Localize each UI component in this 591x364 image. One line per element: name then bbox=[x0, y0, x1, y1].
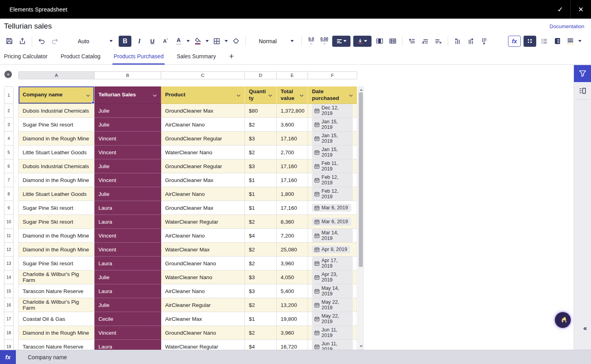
row-header-8[interactable]: 8 bbox=[4, 187, 13, 201]
date-cell[interactable]: May 22, 2019 bbox=[308, 312, 357, 326]
vertical-align-button[interactable] bbox=[353, 36, 372, 47]
product-cell[interactable]: AirCleaner Nano bbox=[161, 284, 245, 298]
product-cell[interactable]: WaterCleaner Nano bbox=[161, 270, 245, 284]
quantity-cell[interactable]: $2 bbox=[245, 118, 277, 132]
insert-column-right-button[interactable] bbox=[466, 36, 476, 47]
product-cell[interactable]: GroundCleaner Max bbox=[161, 104, 245, 118]
total-value-cell[interactable]: 5,400 bbox=[277, 284, 308, 298]
seller-cell[interactable]: Vincent bbox=[94, 326, 161, 340]
close-button[interactable]: × bbox=[571, 0, 591, 19]
product-cell[interactable]: WaterCleaner Max bbox=[161, 243, 245, 257]
product-cell[interactable]: AirCleaner Nano bbox=[161, 229, 245, 243]
product-cell[interactable]: GroundCleaner Max bbox=[161, 173, 245, 187]
total-value-cell[interactable]: 1,372,800 bbox=[277, 104, 308, 118]
row-header-16[interactable]: 16 bbox=[4, 298, 13, 312]
total-value-cell[interactable]: 1,800 bbox=[277, 187, 308, 201]
product-cell[interactable]: GroundCleaner Regular bbox=[161, 132, 245, 146]
quantity-cell[interactable]: $1 bbox=[245, 201, 277, 215]
row-header-7[interactable]: 7 bbox=[4, 173, 13, 187]
seller-cell[interactable]: Laura bbox=[94, 340, 161, 350]
filter-button[interactable] bbox=[574, 65, 591, 82]
row-height-chevron-icon[interactable] bbox=[578, 40, 581, 42]
grid-corner-button[interactable]: + bbox=[4, 71, 12, 78]
total-value-cell[interactable]: 4,050 bbox=[277, 270, 308, 284]
date-cell[interactable]: Mar 14, 2019 bbox=[308, 229, 357, 243]
date-cell[interactable]: Jan 15, 2019 bbox=[308, 118, 357, 132]
product-cell[interactable]: GroundCleaner Nano bbox=[161, 326, 245, 340]
underline-button[interactable]: U bbox=[147, 36, 158, 47]
date-chip[interactable]: Jan 15, 2019 bbox=[312, 146, 353, 159]
seller-cell[interactable]: Vincent bbox=[94, 229, 161, 243]
date-chip[interactable]: Jun 11, 2019 bbox=[312, 340, 353, 350]
column-header-F[interactable]: F bbox=[308, 71, 357, 79]
date-chip[interactable]: Apr 8, 2019 bbox=[312, 245, 350, 253]
horizontal-align-button[interactable] bbox=[332, 36, 350, 47]
column-filter-chevron-icon[interactable] bbox=[349, 92, 353, 98]
column-filter-chevron-icon[interactable] bbox=[153, 92, 157, 98]
seller-cell[interactable]: Julie bbox=[94, 104, 161, 118]
seller-cell[interactable]: Julie bbox=[94, 118, 161, 132]
borders-button[interactable] bbox=[212, 36, 222, 47]
quantity-cell[interactable]: $2 bbox=[245, 326, 277, 340]
company-cell[interactable]: Sugar Pine Ski resort bbox=[18, 215, 94, 229]
company-cell[interactable]: Diamond in the Rough Mine bbox=[18, 132, 94, 146]
date-cell[interactable]: Apr 8, 2019 bbox=[308, 243, 357, 257]
eraser-button[interactable] bbox=[231, 36, 241, 47]
product-cell[interactable]: AirCleaner Max bbox=[161, 312, 245, 326]
company-cell[interactable]: Little Stuart Leather Goods bbox=[18, 146, 94, 159]
quantity-cell[interactable]: $2 bbox=[245, 298, 277, 312]
confirm-button[interactable]: ✓ bbox=[550, 0, 570, 19]
announcements-button[interactable] bbox=[555, 312, 571, 328]
total-value-cell[interactable]: 8,360 bbox=[277, 215, 308, 229]
total-value-cell[interactable]: 17,160 bbox=[277, 201, 308, 215]
formula-fx-button[interactable]: fx bbox=[0, 350, 16, 364]
quantity-cell[interactable]: $4 bbox=[245, 340, 277, 350]
row-header-12[interactable]: 12 bbox=[4, 243, 13, 257]
quantity-cell[interactable]: $2 bbox=[245, 257, 277, 270]
header-cell-product[interactable]: Product bbox=[161, 86, 245, 104]
row-header-14[interactable]: 14 bbox=[4, 270, 13, 284]
seller-cell[interactable]: Vincent bbox=[94, 146, 161, 159]
company-cell[interactable]: Sugar Pine Ski resort bbox=[18, 201, 94, 215]
insert-row-above-button[interactable] bbox=[407, 36, 417, 47]
export-button[interactable] bbox=[17, 36, 27, 47]
company-cell[interactable]: Diamond in the Rough Mine bbox=[18, 326, 94, 340]
product-cell[interactable]: AirCleaner Regular bbox=[161, 298, 245, 312]
quantity-cell[interactable]: $3 bbox=[245, 132, 277, 146]
insert-row-below-button[interactable] bbox=[420, 36, 430, 47]
date-cell[interactable]: Dec 12, 2019 bbox=[308, 104, 357, 118]
date-cell[interactable]: Feb 12, 2019 bbox=[308, 173, 357, 187]
tab-product-catalog[interactable]: Product Catalog bbox=[61, 48, 100, 65]
quantity-cell[interactable]: $1 bbox=[245, 312, 277, 326]
date-cell[interactable]: Feb 12, 2019 bbox=[308, 187, 357, 201]
product-cell[interactable]: AirCleaner Nano bbox=[161, 187, 245, 201]
number-format-select[interactable]: Normal bbox=[256, 36, 297, 47]
header-cell-total-value[interactable]: Total value bbox=[277, 86, 308, 104]
bold-button[interactable]: B bbox=[119, 36, 131, 47]
date-cell[interactable]: Apr 17, 2019 bbox=[308, 257, 357, 270]
card-view-button[interactable] bbox=[539, 36, 549, 47]
row-header-19[interactable]: 19 bbox=[4, 340, 13, 350]
add-sheet-button[interactable]: + bbox=[229, 52, 234, 61]
seller-cell[interactable]: Laura bbox=[94, 257, 161, 270]
tab-sales-summary[interactable]: Sales Summary bbox=[177, 48, 216, 65]
date-chip[interactable]: Jan 15, 2019 bbox=[312, 132, 353, 145]
date-chip[interactable]: Apr 17, 2019 bbox=[312, 257, 353, 270]
total-value-cell[interactable]: 13,200 bbox=[277, 298, 308, 312]
header-cell-tellurian-sales[interactable]: Tellurian Sales bbox=[94, 86, 161, 104]
text-color-chevron-icon[interactable] bbox=[187, 40, 190, 42]
date-cell[interactable]: Jun 11, 2019 bbox=[308, 340, 357, 350]
date-cell[interactable]: Jan 15, 2019 bbox=[308, 146, 357, 159]
row-header-13[interactable]: 13 bbox=[4, 257, 13, 270]
font-select[interactable]: Auto bbox=[75, 36, 116, 47]
seller-cell[interactable]: Julie bbox=[94, 298, 161, 312]
row-header-11[interactable]: 11 bbox=[4, 229, 13, 243]
scroll-down-icon[interactable] bbox=[360, 345, 363, 347]
borders-chevron-icon[interactable] bbox=[225, 40, 228, 42]
company-cell[interactable]: Coastal Oil & Gas bbox=[18, 312, 94, 326]
quantity-cell[interactable]: $2 bbox=[245, 146, 277, 159]
total-value-cell[interactable]: 17,160 bbox=[277, 159, 308, 173]
save-button[interactable] bbox=[4, 36, 14, 47]
total-value-cell[interactable]: 3,960 bbox=[277, 326, 308, 340]
company-cell[interactable]: Diamond in the Rough Mine bbox=[18, 173, 94, 187]
